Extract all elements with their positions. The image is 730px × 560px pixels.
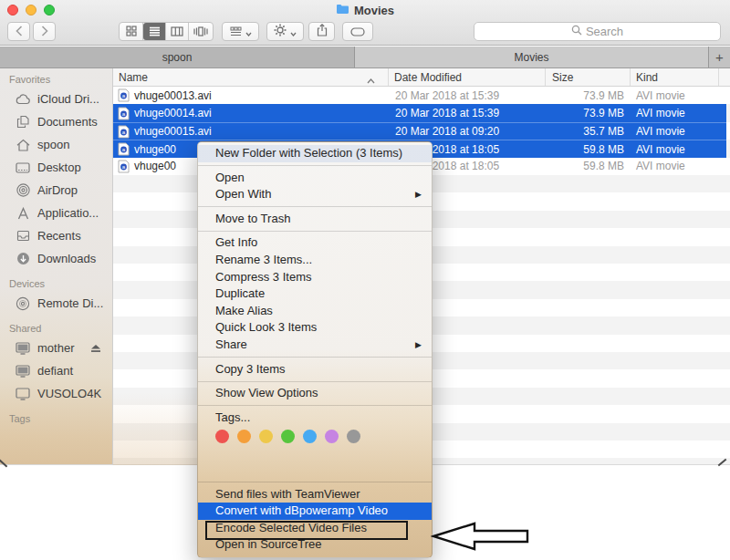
sidebar-item-defiant[interactable]: defiant xyxy=(0,359,112,382)
list-view-button[interactable] xyxy=(143,23,166,40)
tag-color-dot[interactable] xyxy=(237,430,251,443)
column-header-kind[interactable]: Kind xyxy=(636,71,658,84)
file-name: vhuge00014.avi xyxy=(134,104,212,121)
menu-item-share[interactable]: Share▶ xyxy=(198,337,432,354)
sidebar-item-spoon[interactable]: spoon xyxy=(0,133,112,156)
menu-spacer xyxy=(198,446,432,478)
menu-item-label: Encode Selected Video Files xyxy=(215,521,367,534)
sidebar-item-label: Recents xyxy=(37,229,81,243)
tag-color-dots xyxy=(198,426,432,446)
tag-color-dot[interactable] xyxy=(281,430,295,443)
menu-item-move-to-trash[interactable]: Move to Trash xyxy=(198,211,432,228)
menu-item-open-with[interactable]: Open With▶ xyxy=(198,186,432,203)
share-icon xyxy=(317,24,328,40)
menu-item-copy-3-items[interactable]: Copy 3 Items xyxy=(198,361,432,379)
sidebar-item-vusolo4k[interactable]: VUSOLO4K xyxy=(0,382,112,405)
sidebar-item-label: AirDrop xyxy=(37,183,78,197)
disc-icon xyxy=(15,296,31,311)
documents-icon xyxy=(15,115,31,129)
share-button[interactable] xyxy=(308,22,335,41)
chevron-down-icon xyxy=(245,24,252,40)
sidebar-item-label: spoon xyxy=(37,138,69,151)
tag-icon xyxy=(350,24,365,40)
menu-item-compress-3-items[interactable]: Compress 3 Items xyxy=(198,269,432,286)
sidebar-item-remote-di[interactable]: Remote Di... xyxy=(0,292,112,315)
airdrop-icon xyxy=(15,183,31,197)
new-tab-button[interactable]: + xyxy=(709,47,730,67)
file-row[interactable]: avhuge00015.avi20 Mar 2018 at 09:2035.7 … xyxy=(113,122,726,140)
menu-item-show-view-options[interactable]: Show View Options xyxy=(198,385,432,402)
sidebar-item-downloads[interactable]: Downloads xyxy=(0,247,112,270)
menu-item-label: Compress 3 Items xyxy=(215,270,311,284)
icon-view-button[interactable] xyxy=(120,23,143,40)
sidebar-item-desktop[interactable]: Desktop xyxy=(0,156,112,179)
sidebar-item-label: Remote Di... xyxy=(37,296,103,310)
sidebar-item-label: defiant xyxy=(37,364,73,378)
file-kind: AVI movie xyxy=(636,104,685,121)
folder-icon xyxy=(336,4,349,17)
menu-item-label: Open With xyxy=(215,187,271,201)
tag-color-dot[interactable] xyxy=(215,430,229,443)
sidebar-item-icloud-dri[interactable]: iCloud Dri... xyxy=(0,88,112,110)
file-size: 73.9 MB xyxy=(506,87,624,104)
menu-item-new-folder-with-selection-3-items[interactable]: New Folder with Selection (3 Items) xyxy=(198,145,432,162)
sidebar-item-documents[interactable]: Documents xyxy=(0,110,112,133)
column-header-size[interactable]: Size xyxy=(552,71,573,84)
sidebar-item-label: iCloud Dri... xyxy=(37,92,99,106)
menu-item-open-in-sourcetree[interactable]: Open in SourceTree xyxy=(198,536,432,554)
sidebar-item-recents[interactable]: Recents xyxy=(0,224,112,247)
menu-item-make-alias[interactable]: Make Alias xyxy=(198,303,432,320)
tags-button[interactable] xyxy=(342,22,373,41)
menu-item-quick-look-3-items[interactable]: Quick Look 3 Items xyxy=(198,319,432,337)
tag-color-dot[interactable] xyxy=(347,430,360,443)
display-icon xyxy=(15,365,31,378)
sidebar-item-mother[interactable]: mother xyxy=(0,337,112,359)
menu-item-label: Share xyxy=(215,337,247,351)
avi-file-icon: a xyxy=(118,158,130,175)
back-button[interactable] xyxy=(7,22,30,41)
menu-item-convert-with-dbpoweramp-video[interactable]: Convert with dBpoweramp Video xyxy=(198,503,432,520)
tag-color-dot[interactable] xyxy=(325,430,339,443)
sidebar-item-label: Applicatio... xyxy=(37,206,99,220)
tag-color-dot[interactable] xyxy=(303,430,317,443)
menu-item-label: Quick Look 3 Items xyxy=(215,320,317,334)
list-view-icon xyxy=(149,24,161,40)
column-header-date-modified[interactable]: Date Modified xyxy=(394,71,462,84)
menu-item-send-files-with-teamviewer[interactable]: Send files with TeamViewer xyxy=(198,486,432,503)
action-button[interactable] xyxy=(266,22,304,41)
menu-separator xyxy=(198,206,432,207)
tab-spoon[interactable]: spoon xyxy=(0,47,355,67)
avi-file-icon: a xyxy=(118,140,130,158)
file-size: 35.7 MB xyxy=(506,123,624,140)
forward-chevron-icon xyxy=(41,24,48,40)
avi-file-icon: a xyxy=(118,104,130,121)
search-input[interactable]: Search xyxy=(474,22,721,41)
sidebar-item-label: Documents xyxy=(37,115,98,129)
menu-item-rename-3-items[interactable]: Rename 3 Items... xyxy=(198,252,432,269)
context-menu: New Folder with Selection (3 Items)OpenO… xyxy=(197,141,433,558)
sidebar-item-airdrop[interactable]: AirDrop xyxy=(0,179,112,202)
menu-item-tags[interactable]: Tags... xyxy=(198,410,432,427)
forward-button[interactable] xyxy=(33,22,56,41)
annotation-arrow-icon xyxy=(431,520,533,556)
file-kind: AVI movie xyxy=(636,158,685,175)
sidebar-item-applicatio[interactable]: Applicatio... xyxy=(0,202,112,224)
tab-movies[interactable]: Movies xyxy=(355,47,709,67)
eject-icon[interactable] xyxy=(90,344,101,353)
column-header-name[interactable]: Name xyxy=(119,71,148,84)
menu-item-get-info[interactable]: Get Info xyxy=(198,234,432,252)
menu-item-open[interactable]: Open xyxy=(198,170,432,187)
file-row[interactable]: avhuge00014.avi20 Mar 2018 at 15:3973.9 … xyxy=(113,104,726,121)
menu-item-label: New Folder with Selection (3 Items) xyxy=(215,146,402,160)
column-view-button[interactable] xyxy=(166,23,189,40)
file-name: vhuge00015.avi xyxy=(134,123,212,140)
tag-color-dot[interactable] xyxy=(259,430,273,443)
menu-item-encode-selected-video-files[interactable]: Encode Selected Video Files xyxy=(198,520,432,537)
downloads-icon xyxy=(15,252,31,265)
arrange-button[interactable] xyxy=(222,22,259,41)
menu-separator xyxy=(198,357,432,358)
icloud-icon xyxy=(15,93,31,105)
file-row[interactable]: avhuge00013.avi20 Mar 2018 at 15:3973.9 … xyxy=(113,87,726,104)
coverflow-view-button[interactable] xyxy=(189,23,212,40)
menu-item-duplicate[interactable]: Duplicate xyxy=(198,285,432,303)
